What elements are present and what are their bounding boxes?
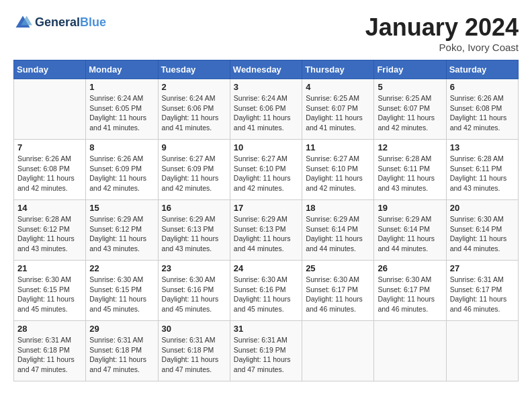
day-number: 13: [450, 142, 515, 152]
day-number: 11: [306, 142, 370, 152]
calendar-cell: [14, 79, 86, 140]
calendar-cell: 9Sunrise: 6:27 AMSunset: 6:09 PMDaylight…: [158, 140, 230, 200]
calendar-cell: [374, 321, 446, 381]
page-header: GeneralBlue January 2024 Poko, Ivory Coa…: [13, 13, 519, 53]
day-number: 25: [306, 263, 370, 273]
day-number: 9: [162, 142, 226, 152]
day-number: 1: [89, 82, 154, 92]
day-info: Sunrise: 6:24 AMSunset: 6:06 PMDaylight:…: [162, 93, 226, 133]
day-number: 18: [306, 203, 370, 213]
day-info: Sunrise: 6:29 AMSunset: 6:12 PMDaylight:…: [89, 214, 154, 254]
calendar-week-0: 1Sunrise: 6:24 AMSunset: 6:05 PMDaylight…: [14, 79, 519, 140]
day-number: 14: [17, 203, 82, 213]
day-number: 26: [378, 263, 442, 273]
calendar-cell: 30Sunrise: 6:31 AMSunset: 6:18 PMDayligh…: [158, 321, 230, 381]
calendar-cell: [446, 321, 518, 381]
calendar-cell: 4Sunrise: 6:25 AMSunset: 6:07 PMDaylight…: [302, 79, 374, 140]
day-number: 27: [450, 263, 515, 273]
calendar-cell: 25Sunrise: 6:30 AMSunset: 6:17 PMDayligh…: [302, 261, 374, 321]
day-info: Sunrise: 6:26 AMSunset: 6:09 PMDaylight:…: [89, 154, 154, 193]
calendar-cell: 17Sunrise: 6:29 AMSunset: 6:13 PMDayligh…: [230, 200, 302, 261]
day-number: 24: [234, 263, 298, 273]
day-info: Sunrise: 6:30 AMSunset: 6:17 PMDaylight:…: [306, 275, 370, 314]
day-info: Sunrise: 6:24 AMSunset: 6:05 PMDaylight:…: [89, 93, 154, 133]
logo-icon: [13, 13, 32, 32]
location: Poko, Ivory Coast: [365, 42, 519, 53]
calendar-week-2: 14Sunrise: 6:28 AMSunset: 6:12 PMDayligh…: [14, 200, 519, 261]
calendar-cell: 3Sunrise: 6:24 AMSunset: 6:06 PMDaylight…: [230, 79, 302, 140]
day-number: 6: [450, 82, 515, 92]
calendar-cell: 7Sunrise: 6:26 AMSunset: 6:08 PMDaylight…: [14, 140, 86, 200]
calendar-cell: 2Sunrise: 6:24 AMSunset: 6:06 PMDaylight…: [158, 79, 230, 140]
calendar-week-4: 28Sunrise: 6:31 AMSunset: 6:18 PMDayligh…: [14, 321, 519, 381]
calendar-week-1: 7Sunrise: 6:26 AMSunset: 6:08 PMDaylight…: [14, 140, 519, 200]
day-number: 20: [450, 203, 515, 213]
calendar-cell: 6Sunrise: 6:26 AMSunset: 6:08 PMDaylight…: [446, 79, 518, 140]
day-number: 4: [306, 82, 370, 92]
day-number: 21: [17, 263, 82, 273]
day-info: Sunrise: 6:31 AMSunset: 6:17 PMDaylight:…: [450, 275, 515, 314]
day-info: Sunrise: 6:31 AMSunset: 6:18 PMDaylight:…: [89, 335, 154, 375]
calendar-cell: 13Sunrise: 6:28 AMSunset: 6:11 PMDayligh…: [446, 140, 518, 200]
logo-general: General: [35, 15, 80, 29]
calendar-cell: 14Sunrise: 6:28 AMSunset: 6:12 PMDayligh…: [14, 200, 86, 261]
calendar-cell: 28Sunrise: 6:31 AMSunset: 6:18 PMDayligh…: [14, 321, 86, 381]
day-info: Sunrise: 6:30 AMSunset: 6:16 PMDaylight:…: [162, 275, 226, 314]
day-info: Sunrise: 6:29 AMSunset: 6:14 PMDaylight:…: [306, 214, 370, 254]
day-number: 8: [89, 142, 154, 152]
day-number: 17: [234, 203, 298, 213]
day-number: 31: [234, 324, 298, 334]
day-info: Sunrise: 6:31 AMSunset: 6:18 PMDaylight:…: [17, 335, 82, 375]
day-info: Sunrise: 6:26 AMSunset: 6:08 PMDaylight:…: [450, 93, 515, 133]
calendar-table: SundayMondayTuesdayWednesdayThursdayFrid…: [13, 60, 519, 381]
day-number: 16: [162, 203, 226, 213]
title-block: January 2024 Poko, Ivory Coast: [365, 13, 519, 53]
calendar-cell: 24Sunrise: 6:30 AMSunset: 6:16 PMDayligh…: [230, 261, 302, 321]
calendar-cell: 10Sunrise: 6:27 AMSunset: 6:10 PMDayligh…: [230, 140, 302, 200]
day-info: Sunrise: 6:29 AMSunset: 6:13 PMDaylight:…: [162, 214, 226, 254]
day-number: 7: [17, 142, 82, 152]
calendar-week-3: 21Sunrise: 6:30 AMSunset: 6:15 PMDayligh…: [14, 261, 519, 321]
calendar-cell: 12Sunrise: 6:28 AMSunset: 6:11 PMDayligh…: [374, 140, 446, 200]
calendar-cell: 20Sunrise: 6:30 AMSunset: 6:14 PMDayligh…: [446, 200, 518, 261]
day-info: Sunrise: 6:24 AMSunset: 6:06 PMDaylight:…: [234, 93, 298, 133]
day-info: Sunrise: 6:25 AMSunset: 6:07 PMDaylight:…: [306, 93, 370, 133]
day-number: 29: [89, 324, 154, 334]
col-thursday: Thursday: [302, 60, 374, 79]
day-number: 30: [162, 324, 226, 334]
day-info: Sunrise: 6:27 AMSunset: 6:10 PMDaylight:…: [306, 154, 370, 193]
calendar-cell: 16Sunrise: 6:29 AMSunset: 6:13 PMDayligh…: [158, 200, 230, 261]
calendar-cell: 18Sunrise: 6:29 AMSunset: 6:14 PMDayligh…: [302, 200, 374, 261]
calendar-cell: 19Sunrise: 6:29 AMSunset: 6:14 PMDayligh…: [374, 200, 446, 261]
day-info: Sunrise: 6:30 AMSunset: 6:15 PMDaylight:…: [17, 275, 82, 314]
day-info: Sunrise: 6:27 AMSunset: 6:10 PMDaylight:…: [234, 154, 298, 193]
month-title: January 2024: [365, 13, 519, 42]
col-friday: Friday: [374, 60, 446, 79]
calendar-cell: 29Sunrise: 6:31 AMSunset: 6:18 PMDayligh…: [86, 321, 158, 381]
calendar-cell: 1Sunrise: 6:24 AMSunset: 6:05 PMDaylight…: [86, 79, 158, 140]
logo: GeneralBlue: [13, 13, 106, 32]
day-info: Sunrise: 6:28 AMSunset: 6:11 PMDaylight:…: [450, 154, 515, 193]
day-info: Sunrise: 6:28 AMSunset: 6:12 PMDaylight:…: [17, 214, 82, 254]
calendar-cell: 11Sunrise: 6:27 AMSunset: 6:10 PMDayligh…: [302, 140, 374, 200]
day-info: Sunrise: 6:30 AMSunset: 6:15 PMDaylight:…: [89, 275, 154, 314]
day-number: 15: [89, 203, 154, 213]
day-info: Sunrise: 6:30 AMSunset: 6:14 PMDaylight:…: [450, 214, 515, 254]
calendar-cell: 26Sunrise: 6:30 AMSunset: 6:17 PMDayligh…: [374, 261, 446, 321]
day-number: 10: [234, 142, 298, 152]
day-number: 28: [17, 324, 82, 334]
day-number: 3: [234, 82, 298, 92]
col-saturday: Saturday: [446, 60, 518, 79]
calendar-cell: 15Sunrise: 6:29 AMSunset: 6:12 PMDayligh…: [86, 200, 158, 261]
calendar-cell: 31Sunrise: 6:31 AMSunset: 6:19 PMDayligh…: [230, 321, 302, 381]
calendar-cell: 27Sunrise: 6:31 AMSunset: 6:17 PMDayligh…: [446, 261, 518, 321]
logo-blue: Blue: [80, 15, 106, 29]
day-info: Sunrise: 6:30 AMSunset: 6:16 PMDaylight:…: [234, 275, 298, 314]
day-info: Sunrise: 6:26 AMSunset: 6:08 PMDaylight:…: [17, 154, 82, 193]
day-number: 22: [89, 263, 154, 273]
col-wednesday: Wednesday: [230, 60, 302, 79]
calendar-cell: 5Sunrise: 6:25 AMSunset: 6:07 PMDaylight…: [374, 79, 446, 140]
day-number: 2: [162, 82, 226, 92]
day-number: 19: [378, 203, 442, 213]
col-sunday: Sunday: [14, 60, 86, 79]
